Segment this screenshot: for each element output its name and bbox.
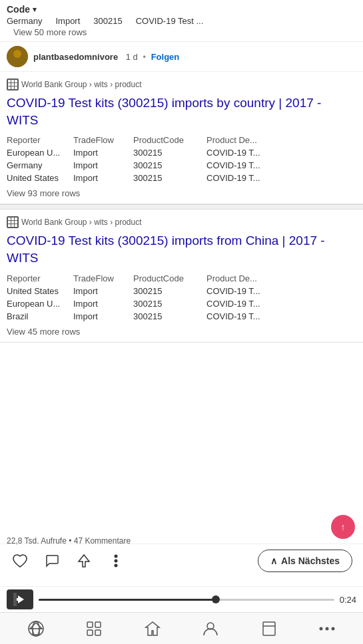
world-bank-icon-2 (7, 216, 19, 228)
svg-rect-21 (263, 622, 275, 635)
table-cell: 300215 (133, 172, 206, 184)
svg-rect-11 (17, 598, 18, 601)
table-cell: COVID-19 T... (206, 285, 356, 297)
table-cell: European U... (7, 146, 73, 159)
media-thumbnail[interactable] (7, 589, 33, 609)
svg-point-1 (13, 50, 21, 58)
table-cell: 300215 (133, 285, 206, 297)
table-cell: Import (73, 159, 133, 172)
top-desc: COVID-19 Test ... (136, 16, 204, 26)
svg-point-6 (115, 560, 118, 563)
table-row: BrazilImport300215COVID-19 T... (7, 310, 356, 323)
top-code: 300215 (93, 16, 122, 26)
table-cell: 300215 (133, 310, 206, 323)
next-caret-icon: ∧ (270, 556, 277, 566)
svg-text:↑: ↑ (341, 522, 346, 532)
nav-bookmark-icon[interactable] (256, 615, 282, 642)
svg-rect-19 (95, 630, 101, 635)
social-stats: 22,8 Tsd. Aufrufe • 47 Kommentare (7, 536, 131, 546)
next-button-label: Als Nächstes (281, 556, 340, 566)
col-header-productcode-2: ProductCode (133, 272, 206, 285)
table-cell: COVID-19 T... (206, 146, 356, 159)
code-caret-icon: ▾ (33, 5, 37, 14)
svg-point-23 (320, 627, 323, 630)
progress-handle[interactable] (212, 595, 220, 603)
top-country: Germany (7, 16, 42, 26)
result-title-1[interactable]: COVID-19 Test kits (300215) imports by c… (7, 94, 356, 128)
result-card-1: World Bank Group › wits › product COVID-… (0, 72, 363, 204)
top-partial-row: Germany Import 300215 COVID-19 Test ... (7, 16, 356, 26)
nav-grid-icon[interactable] (81, 615, 107, 642)
action-bar: ∧ Als Nächstes (0, 544, 363, 577)
more-options-button[interactable] (107, 552, 125, 570)
col-header-tradeflow-2: TradeFlow (73, 272, 133, 285)
table-cell: 300215 (133, 146, 206, 159)
section-divider (0, 204, 363, 210)
table-row: United StatesImport300215COVID-19 T... (7, 285, 356, 297)
svg-point-5 (115, 555, 118, 558)
breadcrumb-1: World Bank Group › wits › product (7, 79, 356, 90)
table-cell: Import (73, 172, 133, 184)
col-header-productdesc-2: Product De... (206, 272, 356, 285)
nav-home-icon[interactable] (139, 615, 166, 642)
table-cell: Brazil (7, 310, 73, 323)
col-header-tradeflow-1: TradeFlow (73, 134, 133, 146)
col-header-reporter-2: Reporter (7, 272, 73, 285)
table-cell: Germany (7, 159, 73, 172)
breadcrumb-source-2: World Bank Group › wits › product (21, 218, 142, 227)
follow-link[interactable]: Folgen (151, 52, 180, 62)
comment-button[interactable] (43, 552, 61, 570)
user-bar: plantbasedomnivore 1 d • Folgen (0, 42, 363, 72)
top-partial-section: Code ▾ Germany Import 300215 COVID-19 Te… (0, 0, 363, 42)
table-cell: 300215 (133, 297, 206, 310)
table-cell: United States (7, 172, 73, 184)
nav-more-icon[interactable] (314, 615, 340, 642)
svg-point-2 (11, 59, 23, 67)
breadcrumb-2: World Bank Group › wits › product (7, 216, 356, 228)
username[interactable]: plantbasedomnivore (33, 52, 118, 62)
circle-action-button[interactable]: ↑ (331, 515, 355, 539)
post-time: 1 d (126, 52, 138, 62)
user-info: plantbasedomnivore 1 d • Folgen (33, 52, 179, 62)
result-title-2[interactable]: COVID-19 Test kits (300215) imports from… (7, 232, 356, 266)
table-cell: COVID-19 T... (206, 172, 356, 184)
svg-point-24 (326, 627, 329, 630)
share-button[interactable] (75, 552, 93, 570)
view-more-top[interactable]: View 50 more rows (7, 26, 356, 40)
table-cell: United States (7, 285, 73, 297)
col-header-productdesc-1: Product De... (206, 134, 356, 146)
svg-point-7 (115, 564, 118, 567)
svg-rect-18 (87, 630, 93, 635)
svg-rect-10 (13, 593, 17, 606)
avatar (7, 46, 28, 67)
col-header-reporter-1: Reporter (7, 134, 73, 146)
als-nachstes-button[interactable]: ∧ Als Nächstes (258, 550, 352, 572)
content-area: Code ▾ Germany Import 300215 COVID-19 Te… (0, 0, 363, 644)
result-card-2: World Bank Group › wits › product COVID-… (0, 210, 363, 342)
svg-rect-16 (87, 622, 93, 627)
table-cell: European U... (7, 297, 73, 310)
nav-profile-icon[interactable] (197, 615, 224, 642)
like-button[interactable] (11, 552, 29, 570)
bottom-nav (0, 612, 363, 644)
progress-bar[interactable] (39, 599, 334, 601)
view-more-rows-2[interactable]: View 45 more rows (7, 323, 356, 339)
breadcrumb-source-1: World Bank Group › wits › product (21, 80, 142, 89)
table-cell: Import (73, 285, 133, 297)
table-row: European U...Import300215COVID-19 T... (7, 146, 356, 159)
code-label: Code (7, 4, 30, 15)
table-row: European U...Import300215COVID-19 T... (7, 297, 356, 310)
data-table-1: Reporter TradeFlow ProductCode Product D… (7, 134, 356, 184)
media-time: 0:24 (340, 595, 356, 605)
dot: • (143, 52, 148, 62)
data-table-2: Reporter TradeFlow ProductCode Product D… (7, 272, 356, 323)
svg-rect-17 (95, 622, 101, 627)
nav-explore-icon[interactable] (23, 615, 49, 642)
table-cell: Import (73, 297, 133, 310)
table-cell: COVID-19 T... (206, 159, 356, 172)
table-cell: COVID-19 T... (206, 297, 356, 310)
table-cell: COVID-19 T... (206, 310, 356, 323)
view-more-rows-1[interactable]: View 93 more rows (7, 184, 356, 201)
code-column-header[interactable]: Code ▾ (7, 4, 37, 15)
table-row: GermanyImport300215COVID-19 T... (7, 159, 356, 172)
